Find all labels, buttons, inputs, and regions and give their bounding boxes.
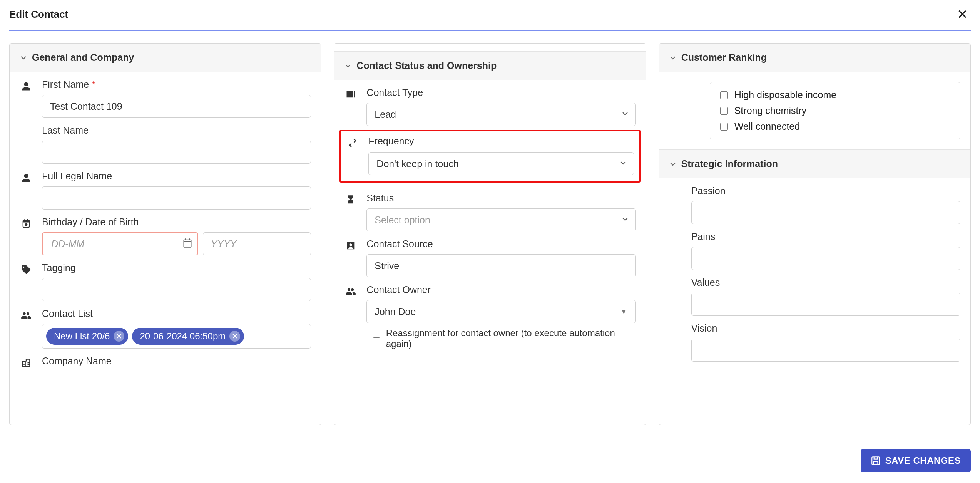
ranking-checkbox[interactable] [720, 123, 728, 131]
last-name-input[interactable] [42, 141, 311, 164]
last-name-label: Last Name [42, 125, 311, 136]
people-icon [344, 285, 357, 298]
person-icon [20, 80, 33, 93]
save-changes-button[interactable]: SAVE CHANGES [861, 449, 971, 472]
chevron-down-icon [669, 54, 677, 62]
full-legal-name-input[interactable] [42, 186, 311, 210]
first-name-label: First Name * [42, 79, 311, 90]
dob-day-month-input-wrap[interactable] [42, 232, 198, 255]
ranking-option[interactable]: High disposable income [719, 89, 952, 101]
values-input[interactable] [691, 293, 960, 316]
vision-input[interactable] [691, 339, 960, 362]
frequency-select[interactable]: Don't keep in touch [368, 152, 634, 175]
frequency-highlight: Frequency Don't keep in touch [339, 130, 640, 183]
section-title: Strategic Information [681, 158, 778, 169]
person-icon [20, 171, 33, 184]
tagging-input[interactable] [42, 278, 311, 301]
contact-source-label: Contact Source [366, 238, 635, 250]
chevron-down-icon [669, 160, 677, 168]
ranking-option-label: High disposable income [734, 89, 836, 101]
section-title: Customer Ranking [681, 52, 767, 63]
page-title: Edit Contact [9, 8, 68, 20]
vision-label: Vision [691, 323, 960, 334]
ranking-checkbox[interactable] [720, 91, 728, 99]
chip-remove-icon[interactable]: ✕ [114, 331, 124, 342]
chip-label: New List 20/6 [54, 331, 110, 342]
contact-source-icon [344, 239, 357, 252]
section-customer-ranking[interactable]: Customer Ranking [659, 44, 970, 72]
ranking-option-label: Well connected [734, 121, 800, 132]
ranking-option[interactable]: Well connected [719, 121, 952, 132]
contact-list-chip[interactable]: 20-06-2024 06:50pm ✕ [132, 328, 244, 345]
section-general-company[interactable]: General and Company [10, 44, 321, 72]
status-select[interactable]: Select option [366, 208, 635, 231]
section-title: Contact Status and Ownership [356, 60, 497, 71]
contact-list-input[interactable]: New List 20/6 ✕ 20-06-2024 06:50pm ✕ [42, 324, 311, 349]
frequency-label: Frequency [368, 136, 634, 147]
ranking-option[interactable]: Strong chemistry [719, 105, 952, 116]
dob-day-month-input[interactable] [50, 238, 162, 250]
values-label: Values [691, 277, 960, 288]
ranking-checkbox[interactable] [720, 107, 728, 115]
id-card-icon [344, 88, 357, 101]
contact-owner-select[interactable]: John Doe [366, 300, 635, 323]
ranking-option-label: Strong chemistry [734, 105, 807, 116]
section-contact-status[interactable]: Contact Status and Ownership [334, 51, 646, 80]
tagging-label: Tagging [42, 262, 311, 273]
status-label: Status [366, 193, 635, 204]
chevron-down-icon [20, 54, 27, 62]
passion-input[interactable] [691, 201, 960, 224]
section-strategic-info[interactable]: Strategic Information [659, 149, 970, 178]
calendar-icon[interactable] [182, 238, 193, 250]
hourglass-icon [344, 193, 357, 206]
dob-year-input[interactable] [203, 232, 311, 255]
ranking-checkbox-card: High disposable income Strong chemistry … [710, 82, 960, 139]
chevron-down-icon [344, 62, 352, 70]
chip-label: 20-06-2024 06:50pm [140, 331, 226, 342]
contact-list-label: Contact List [42, 308, 311, 319]
reassignment-label: Reassignment for contact owner (to execu… [386, 328, 636, 349]
contact-source-input[interactable] [366, 254, 635, 277]
contact-owner-label: Contact Owner [366, 284, 635, 295]
contact-type-select[interactable]: Lead [366, 103, 635, 126]
pains-label: Pains [691, 231, 960, 242]
swap-icon [346, 136, 359, 149]
save-icon [871, 456, 881, 466]
section-title: General and Company [32, 52, 134, 63]
passion-label: Passion [691, 185, 960, 196]
company-icon [20, 356, 33, 369]
save-button-label: SAVE CHANGES [885, 455, 961, 466]
calendar-badge-icon [20, 217, 33, 230]
people-icon [20, 309, 33, 322]
close-button[interactable]: ✕ [954, 6, 971, 22]
reassignment-checkbox[interactable] [373, 330, 380, 338]
contact-list-chip[interactable]: New List 20/6 ✕ [46, 328, 128, 345]
company-name-label: Company Name [42, 356, 311, 367]
chip-remove-icon[interactable]: ✕ [229, 331, 240, 342]
tag-icon [20, 263, 33, 276]
full-legal-name-label: Full Legal Name [42, 171, 311, 182]
pains-input[interactable] [691, 247, 960, 270]
first-name-input[interactable] [42, 95, 311, 118]
dob-label: Birthday / Date of Birth [42, 216, 311, 228]
contact-type-label: Contact Type [366, 87, 635, 98]
